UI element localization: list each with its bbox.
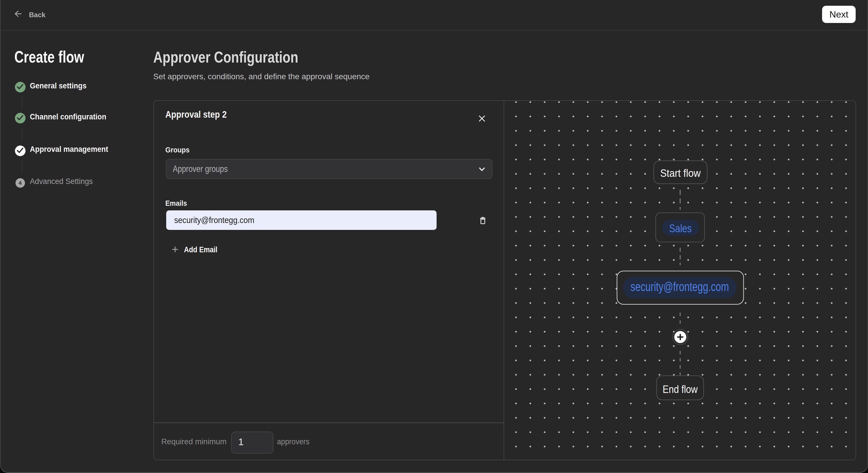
svg-text:Sales: Sales [669, 222, 692, 234]
svg-text:End flow: End flow [662, 383, 698, 395]
svg-text:security@frontegg.com: security@frontegg.com [630, 280, 729, 294]
svg-text:Start flow: Start flow [660, 167, 701, 179]
